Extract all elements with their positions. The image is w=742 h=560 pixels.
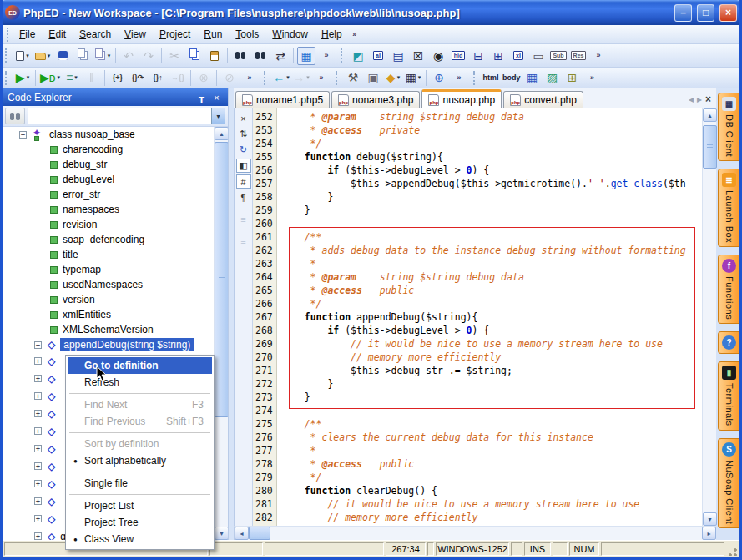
tree-item-typemap[interactable]: typemap <box>3 262 228 277</box>
insert-form-button[interactable]: ◩ <box>349 47 367 65</box>
expand-icon[interactable]: + <box>34 427 42 435</box>
expand-icon[interactable]: + <box>34 357 42 365</box>
tree-item-class-nusoap-base[interactable]: −✦class nusoap_base <box>3 127 228 142</box>
scroll-down-button[interactable]: ▾ <box>703 512 717 526</box>
insert-text-input-button[interactable]: xI <box>509 47 527 65</box>
collapse-icon[interactable]: − <box>19 131 27 139</box>
expand-icon[interactable]: + <box>34 462 42 470</box>
close-tab-icon[interactable]: × <box>705 93 711 105</box>
tree-item-debug-str[interactable]: debug_str <box>3 157 228 172</box>
colors-button[interactable]: ▦▾ <box>404 68 422 87</box>
expand-icon[interactable]: + <box>34 410 42 417</box>
insert-submit-button[interactable]: Sub <box>549 47 568 65</box>
close-panel-icon[interactable]: × <box>210 91 223 103</box>
highlighter-button[interactable]: ◆▾ <box>384 68 402 87</box>
scroll-left-button[interactable]: ◂ <box>235 527 249 540</box>
paragraph-marks-button[interactable]: ¶ <box>236 190 251 204</box>
copy-button[interactable] <box>185 47 204 65</box>
expand-icon[interactable]: + <box>34 497 42 505</box>
tab-noname3-php[interactable]: phpnoname3.php <box>331 91 420 108</box>
expand-icon[interactable]: + <box>34 515 42 522</box>
expand-icon[interactable]: + <box>34 480 42 487</box>
toolbar-grip[interactable] <box>264 71 266 85</box>
tree-item-error-str[interactable]: error_str <box>3 187 228 202</box>
insert-radio-button[interactable]: ◉ <box>429 47 447 65</box>
panel-tab-functions[interactable]: fFunctions <box>718 255 739 324</box>
line-numbers-button[interactable]: # <box>236 174 251 189</box>
toolbar-grip[interactable] <box>341 48 343 63</box>
gutter-toggle-button[interactable]: ◧ <box>236 159 251 173</box>
tree-item-version[interactable]: version <box>3 292 228 307</box>
code-area[interactable]: * @param string $string debug data * @ac… <box>277 108 702 526</box>
tree-item-xmlschemaversion[interactable]: XMLSchemaVersion <box>3 322 228 337</box>
scroll-thumb[interactable] <box>703 125 717 169</box>
menu-help[interactable]: Help <box>315 26 349 43</box>
navigate-back-button[interactable]: ←▾ <box>272 68 290 87</box>
scroll-track[interactable] <box>270 527 702 540</box>
insert-button-button[interactable]: ▭ <box>529 47 548 65</box>
tree-item-revision[interactable]: revision <box>3 217 228 232</box>
step-out-button[interactable]: {}↑ <box>149 68 167 87</box>
menu-file[interactable]: File <box>13 26 42 43</box>
context-menu-item-single-file[interactable]: Single file <box>68 475 212 492</box>
insert-combo-button[interactable]: ⊟ <box>469 47 487 65</box>
combobox-dropdown-button[interactable]: ▾ <box>211 108 225 124</box>
insert-body-button[interactable]: body <box>502 68 522 87</box>
toolbar-overflow-button[interactable]: » <box>583 68 602 87</box>
paste-button[interactable] <box>205 47 224 65</box>
find-next-button[interactable] <box>251 47 270 65</box>
step-into-button[interactable]: {+} <box>109 68 127 87</box>
insert-html-button[interactable]: html <box>482 68 500 87</box>
scroll-down-button[interactable]: ▾ <box>215 527 228 540</box>
context-menu-item-class-view[interactable]: ●Class View <box>68 531 212 547</box>
expand-icon[interactable]: + <box>34 532 42 540</box>
menu-edit[interactable]: Edit <box>42 26 73 43</box>
resize-grip[interactable] <box>726 542 738 556</box>
tree-item-debuglevel[interactable]: debugLevel <box>3 172 228 187</box>
open-file-button[interactable]: ▾ <box>33 47 52 65</box>
expand-icon[interactable]: + <box>34 375 42 382</box>
toolbar-grip[interactable] <box>7 28 9 42</box>
split-editor-button[interactable]: ⇅ <box>236 127 251 141</box>
toolbar-grip[interactable] <box>473 71 476 85</box>
menu-window[interactable]: Window <box>265 26 315 43</box>
menu-tools[interactable]: Tools <box>229 26 265 43</box>
toolbar-overflow-button[interactable]: » <box>240 68 259 87</box>
explorer-filter-input[interactable] <box>28 108 211 124</box>
panel-tab-db-client[interactable]: ▦DB Client <box>718 93 739 161</box>
expand-icon[interactable]: + <box>34 445 42 452</box>
tree-item-soap-defencoding[interactable]: soap_defencoding <box>3 232 228 247</box>
zoom-button[interactable]: ⊕ <box>430 68 448 87</box>
context-menu-item-project-list[interactable]: Project List <box>68 497 212 514</box>
scroll-up-button[interactable]: ▴ <box>215 127 228 140</box>
collapse-icon[interactable]: − <box>34 341 42 349</box>
menu-search[interactable]: Search <box>73 26 118 43</box>
save-all-button[interactable] <box>73 47 92 65</box>
find-button[interactable] <box>231 47 250 65</box>
close-editor-button[interactable]: × <box>236 111 251 125</box>
maximize-button[interactable]: □ <box>697 4 714 22</box>
tab-noname1-php5[interactable]: phpnoname1.php5 <box>235 91 330 108</box>
run-button[interactable]: ▶▾ <box>13 68 32 87</box>
step-over-button[interactable]: {}↷ <box>129 68 147 87</box>
menu-run[interactable]: Run <box>197 26 229 43</box>
tools-button[interactable]: ⚒ <box>344 68 362 87</box>
insert-table-button[interactable]: ▦ <box>523 68 542 87</box>
pin-icon[interactable]: ┰ <box>195 91 208 103</box>
tree-item-namespaces[interactable]: namespaces <box>3 202 228 217</box>
toolbar-grip[interactable] <box>336 71 338 85</box>
settings-dialog-button[interactable]: ▣ <box>364 68 382 87</box>
insert-image-map-button[interactable]: ⊞ <box>563 68 582 87</box>
context-menu-item-go-to-definition[interactable]: Go to definition <box>68 357 212 374</box>
context-menu-item-sort-alphabetically[interactable]: ●Sort alphabetically <box>68 452 212 469</box>
insert-reset-button[interactable]: Res <box>569 47 588 65</box>
context-menu-item-refresh[interactable]: Refresh <box>68 374 212 391</box>
tab-nusoap-php[interactable]: phpnusoap.php <box>421 89 502 108</box>
run-in-debugger-button[interactable]: ▶ᴅ▾ <box>39 68 61 87</box>
save-file-button[interactable] <box>53 47 72 65</box>
tab-convert-php[interactable]: phpconvert.php <box>503 91 583 108</box>
insert-image-button[interactable]: ▨ <box>543 68 562 87</box>
replace-button[interactable]: ⇄ <box>271 47 290 65</box>
insert-checkbox-button[interactable]: ☒ <box>409 47 427 65</box>
new-file-button[interactable]: ▾ <box>13 47 32 65</box>
